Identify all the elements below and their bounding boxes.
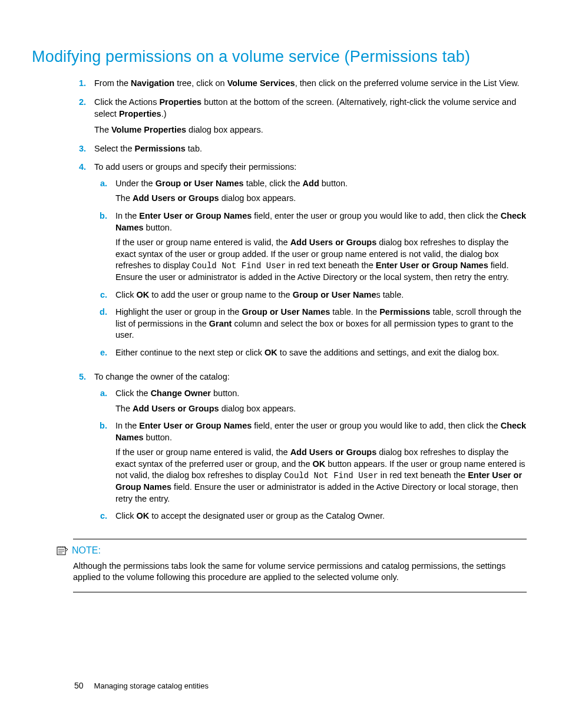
footer-section-title: Managing storage catalog entities [94,681,209,691]
step-4: 4. To add users or groups and specify th… [73,162,527,364]
step-3: 3. Select the Permissions tab. [73,143,527,155]
step-4a: a. Under the Group or User Names table, … [94,178,527,205]
step-marker: 5. [73,371,86,528]
main-steps-list: 1. From the Navigation tree, click on Vo… [73,78,527,528]
note-block: NOTE: Although the permissions tabs look… [73,539,527,592]
step-4a-p1: Under the Group or User Names table, cli… [115,178,527,190]
step-5a-p2: The Add Users or Groups dialog box appea… [115,403,527,415]
step-5c: c. Click OK to accept the designated use… [94,510,527,522]
step-3-p1: Select the Permissions tab. [94,143,527,155]
content-body: 1. From the Navigation tree, click on Vo… [73,78,527,528]
step-marker: 3. [73,143,86,155]
step-4e-p1: Either continue to the next step or clic… [115,347,527,359]
step-4c: c. Click OK to add the user or group nam… [94,289,527,301]
step-5b: b. In the Enter User or Group Names fiel… [94,420,527,505]
substep-marker: a. [94,388,107,414]
step-marker: 2. [73,97,86,136]
step-marker: 4. [73,162,86,364]
substep-marker: a. [94,178,107,205]
page-title: Modifying permissions on a volume servic… [32,46,527,67]
step-2: 2. Click the Actions Properties button a… [73,97,527,136]
note-text: Although the permissions tabs look the s… [73,561,527,584]
substep-marker: d. [94,307,107,341]
step-4b-p2: If the user or group name entered is val… [115,237,527,284]
step-2-p1: Click the Actions Properties button at t… [94,97,527,120]
step-4b-p1: In the Enter User or Group Names field, … [115,210,527,233]
step-4c-p1: Click OK to add the user or group name t… [115,289,527,301]
step-5-intro: To change the owner of the catalog: [94,371,527,383]
step-5a-p1: Click the Change Owner button. [115,388,527,400]
step-4d: d. Highlight the user or group in the Gr… [94,307,527,341]
step5-substeps: a. Click the Change Owner button. The Ad… [94,388,527,522]
step-5b-p1: In the Enter User or Group Names field, … [115,420,527,443]
step-1: 1. From the Navigation tree, click on Vo… [73,78,527,90]
step-marker: 1. [73,78,86,90]
step-1-p1: From the Navigation tree, click on Volum… [94,78,527,90]
substep-marker: c. [94,289,107,301]
step-5a: a. Click the Change Owner button. The Ad… [94,388,527,414]
step-5: 5. To change the owner of the catalog: a… [73,371,527,528]
note-icon [57,545,68,556]
step-4b: b. In the Enter User or Group Names fiel… [94,210,527,284]
svg-rect-0 [57,547,65,555]
step-2-p2: The Volume Properties dialog box appears… [94,124,527,136]
step4-substeps: a. Under the Group or User Names table, … [94,178,527,359]
step-5b-p2: If the user or group name entered is val… [115,447,527,505]
page-number: 50 [74,680,84,691]
step-4d-p1: Highlight the user or group in the Group… [115,307,527,341]
step-5c-p1: Click OK to accept the designated user o… [115,510,527,522]
substep-marker: c. [94,510,107,522]
step-4e: e. Either continue to the next step or c… [94,347,527,359]
step-4-intro: To add users or groups and specify their… [94,162,527,173]
page-footer: 50 Managing storage catalog entities [74,680,209,691]
substep-marker: b. [94,420,107,505]
substep-marker: b. [94,210,107,284]
note-label: NOTE: [72,544,101,557]
step-4a-p2: The Add Users or Groups dialog box appea… [115,193,527,205]
substep-marker: e. [94,347,107,359]
